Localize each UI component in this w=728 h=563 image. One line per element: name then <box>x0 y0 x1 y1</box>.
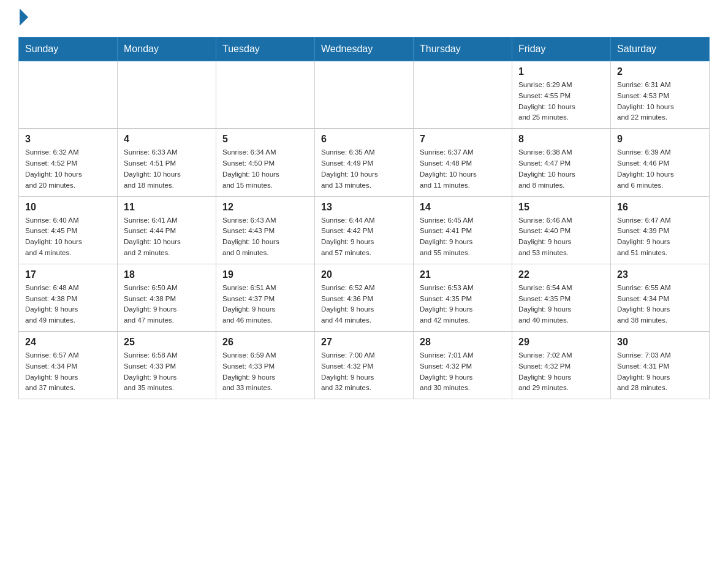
page-header <box>18 12 710 26</box>
calendar-week-row: 10Sunrise: 6:40 AM Sunset: 4:45 PM Dayli… <box>19 196 710 264</box>
day-number: 18 <box>124 269 210 280</box>
day-number: 14 <box>420 202 506 213</box>
calendar-cell: 22Sunrise: 6:54 AM Sunset: 4:35 PM Dayli… <box>512 264 611 331</box>
day-info: Sunrise: 6:50 AM Sunset: 4:38 PM Dayligh… <box>124 283 210 326</box>
day-info: Sunrise: 6:52 AM Sunset: 4:36 PM Dayligh… <box>321 283 407 326</box>
day-number: 1 <box>518 66 604 77</box>
day-info: Sunrise: 7:02 AM Sunset: 4:32 PM Dayligh… <box>518 350 604 394</box>
calendar-cell: 10Sunrise: 6:40 AM Sunset: 4:45 PM Dayli… <box>19 196 118 264</box>
day-number: 21 <box>420 269 506 280</box>
calendar-cell: 20Sunrise: 6:52 AM Sunset: 4:36 PM Dayli… <box>315 264 414 331</box>
day-info: Sunrise: 6:58 AM Sunset: 4:33 PM Dayligh… <box>124 350 210 394</box>
calendar-cell: 13Sunrise: 6:44 AM Sunset: 4:42 PM Dayli… <box>315 196 414 264</box>
calendar-cell <box>118 61 216 129</box>
weekday-header-thursday: Thursday <box>414 37 512 61</box>
calendar-week-row: 17Sunrise: 6:48 AM Sunset: 4:38 PM Dayli… <box>19 264 710 331</box>
calendar-table: SundayMondayTuesdayWednesdayThursdayFrid… <box>18 37 710 399</box>
day-number: 7 <box>420 134 506 145</box>
calendar-cell: 12Sunrise: 6:43 AM Sunset: 4:43 PM Dayli… <box>216 196 315 264</box>
day-info: Sunrise: 6:55 AM Sunset: 4:34 PM Dayligh… <box>617 283 703 326</box>
day-info: Sunrise: 6:40 AM Sunset: 4:45 PM Dayligh… <box>25 215 111 259</box>
day-number: 3 <box>25 134 111 145</box>
day-info: Sunrise: 7:03 AM Sunset: 4:31 PM Dayligh… <box>617 350 703 394</box>
calendar-cell: 25Sunrise: 6:58 AM Sunset: 4:33 PM Dayli… <box>118 332 216 399</box>
calendar-cell: 27Sunrise: 7:00 AM Sunset: 4:32 PM Dayli… <box>315 332 414 399</box>
day-number: 13 <box>321 202 407 213</box>
weekday-header-saturday: Saturday <box>611 37 710 61</box>
day-number: 2 <box>617 66 703 77</box>
day-info: Sunrise: 6:54 AM Sunset: 4:35 PM Dayligh… <box>518 283 604 326</box>
calendar-cell: 16Sunrise: 6:47 AM Sunset: 4:39 PM Dayli… <box>611 196 710 264</box>
day-info: Sunrise: 6:57 AM Sunset: 4:34 PM Dayligh… <box>25 350 111 394</box>
day-number: 6 <box>321 134 407 145</box>
weekday-header-friday: Friday <box>512 37 611 61</box>
weekday-header-sunday: Sunday <box>19 37 118 61</box>
weekday-header-wednesday: Wednesday <box>315 37 414 61</box>
calendar-cell: 15Sunrise: 6:46 AM Sunset: 4:40 PM Dayli… <box>512 196 611 264</box>
calendar-cell <box>414 61 512 129</box>
calendar-cell <box>216 61 315 129</box>
calendar-cell <box>19 61 118 129</box>
calendar-cell: 24Sunrise: 6:57 AM Sunset: 4:34 PM Dayli… <box>19 332 118 399</box>
day-info: Sunrise: 6:32 AM Sunset: 4:52 PM Dayligh… <box>25 147 111 191</box>
day-info: Sunrise: 7:01 AM Sunset: 4:32 PM Dayligh… <box>420 350 506 394</box>
day-info: Sunrise: 6:37 AM Sunset: 4:48 PM Dayligh… <box>420 147 506 191</box>
weekday-header-monday: Monday <box>118 37 216 61</box>
calendar-cell: 26Sunrise: 6:59 AM Sunset: 4:33 PM Dayli… <box>216 332 315 399</box>
day-number: 10 <box>25 202 111 213</box>
logo <box>18 12 28 26</box>
weekday-header-row: SundayMondayTuesdayWednesdayThursdayFrid… <box>19 37 710 61</box>
day-number: 15 <box>518 202 604 213</box>
day-number: 29 <box>518 337 604 348</box>
day-number: 23 <box>617 269 703 280</box>
calendar-cell: 1Sunrise: 6:29 AM Sunset: 4:55 PM Daylig… <box>512 61 611 129</box>
day-info: Sunrise: 6:39 AM Sunset: 4:46 PM Dayligh… <box>617 147 703 191</box>
day-number: 20 <box>321 269 407 280</box>
calendar-cell: 4Sunrise: 6:33 AM Sunset: 4:51 PM Daylig… <box>118 129 216 196</box>
calendar-cell: 5Sunrise: 6:34 AM Sunset: 4:50 PM Daylig… <box>216 129 315 196</box>
day-number: 30 <box>617 337 703 348</box>
day-info: Sunrise: 7:00 AM Sunset: 4:32 PM Dayligh… <box>321 350 407 394</box>
calendar-cell: 6Sunrise: 6:35 AM Sunset: 4:49 PM Daylig… <box>315 129 414 196</box>
day-number: 9 <box>617 134 703 145</box>
day-info: Sunrise: 6:46 AM Sunset: 4:40 PM Dayligh… <box>518 215 604 259</box>
day-info: Sunrise: 6:44 AM Sunset: 4:42 PM Dayligh… <box>321 215 407 259</box>
day-info: Sunrise: 6:48 AM Sunset: 4:38 PM Dayligh… <box>25 283 111 326</box>
weekday-header-tuesday: Tuesday <box>216 37 315 61</box>
calendar-cell: 7Sunrise: 6:37 AM Sunset: 4:48 PM Daylig… <box>414 129 512 196</box>
day-info: Sunrise: 6:33 AM Sunset: 4:51 PM Dayligh… <box>124 147 210 191</box>
calendar-cell: 29Sunrise: 7:02 AM Sunset: 4:32 PM Dayli… <box>512 332 611 399</box>
calendar-cell: 8Sunrise: 6:38 AM Sunset: 4:47 PM Daylig… <box>512 129 611 196</box>
calendar-cell: 11Sunrise: 6:41 AM Sunset: 4:44 PM Dayli… <box>118 196 216 264</box>
calendar-cell: 17Sunrise: 6:48 AM Sunset: 4:38 PM Dayli… <box>19 264 118 331</box>
day-info: Sunrise: 6:59 AM Sunset: 4:33 PM Dayligh… <box>222 350 308 394</box>
day-number: 27 <box>321 337 407 348</box>
day-info: Sunrise: 6:31 AM Sunset: 4:53 PM Dayligh… <box>617 80 703 123</box>
calendar-cell <box>315 61 414 129</box>
day-number: 19 <box>222 269 308 280</box>
day-number: 4 <box>124 134 210 145</box>
day-info: Sunrise: 6:53 AM Sunset: 4:35 PM Dayligh… <box>420 283 506 326</box>
calendar-week-row: 1Sunrise: 6:29 AM Sunset: 4:55 PM Daylig… <box>19 61 710 129</box>
logo-arrow-icon <box>20 9 28 26</box>
calendar-cell: 18Sunrise: 6:50 AM Sunset: 4:38 PM Dayli… <box>118 264 216 331</box>
day-info: Sunrise: 6:47 AM Sunset: 4:39 PM Dayligh… <box>617 215 703 259</box>
calendar-cell: 9Sunrise: 6:39 AM Sunset: 4:46 PM Daylig… <box>611 129 710 196</box>
day-info: Sunrise: 6:51 AM Sunset: 4:37 PM Dayligh… <box>222 283 308 326</box>
day-number: 28 <box>420 337 506 348</box>
day-number: 11 <box>124 202 210 213</box>
day-number: 26 <box>222 337 308 348</box>
calendar-cell: 21Sunrise: 6:53 AM Sunset: 4:35 PM Dayli… <box>414 264 512 331</box>
calendar-cell: 23Sunrise: 6:55 AM Sunset: 4:34 PM Dayli… <box>611 264 710 331</box>
calendar-week-row: 3Sunrise: 6:32 AM Sunset: 4:52 PM Daylig… <box>19 129 710 196</box>
day-number: 8 <box>518 134 604 145</box>
day-number: 12 <box>222 202 308 213</box>
day-info: Sunrise: 6:43 AM Sunset: 4:43 PM Dayligh… <box>222 215 308 259</box>
day-number: 22 <box>518 269 604 280</box>
day-info: Sunrise: 6:35 AM Sunset: 4:49 PM Dayligh… <box>321 147 407 191</box>
day-info: Sunrise: 6:34 AM Sunset: 4:50 PM Dayligh… <box>222 147 308 191</box>
calendar-cell: 19Sunrise: 6:51 AM Sunset: 4:37 PM Dayli… <box>216 264 315 331</box>
day-info: Sunrise: 6:38 AM Sunset: 4:47 PM Dayligh… <box>518 147 604 191</box>
day-info: Sunrise: 6:41 AM Sunset: 4:44 PM Dayligh… <box>124 215 210 259</box>
day-number: 24 <box>25 337 111 348</box>
